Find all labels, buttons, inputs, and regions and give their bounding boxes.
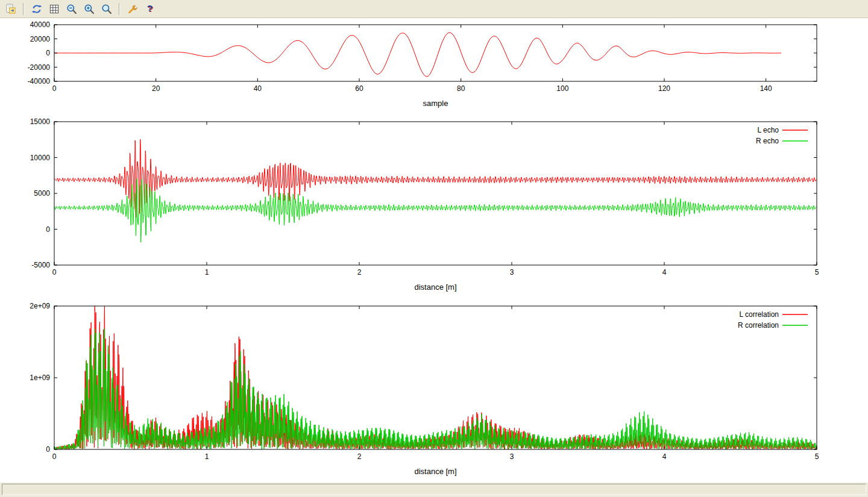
- x-tick-label: 0: [52, 84, 57, 93]
- status-bar: [0, 482, 868, 497]
- y-tick-label: -5000: [31, 261, 50, 269]
- x-tick-label: 2: [357, 452, 362, 461]
- x-tick-label: 1: [205, 268, 209, 277]
- x-tick-label: 20: [152, 84, 160, 93]
- y-tick-label: 1e+09: [30, 374, 50, 382]
- x-tick-label: 1: [205, 452, 209, 461]
- toolbar: ??: [0, 0, 868, 18]
- x-tick-label: 0: [52, 268, 57, 277]
- y-tick-label: 0: [46, 225, 50, 234]
- x-tick-label: 120: [658, 84, 670, 93]
- x-tick-label: 4: [662, 268, 667, 277]
- refresh-icon: [31, 3, 43, 15]
- gnuplot-window: ?? 020406080100120140-40000-200000200004…: [0, 0, 868, 497]
- x-tick-label: 3: [510, 268, 514, 277]
- x-tick-label: 100: [556, 84, 568, 93]
- series-l-echo: [54, 139, 817, 217]
- toolbar-separator: [23, 3, 24, 15]
- copy-to-clipboard-button[interactable]: [2, 1, 19, 16]
- toolbar-separator: [119, 3, 120, 15]
- y-tick-label: 10000: [30, 154, 51, 162]
- series-pulse: [54, 33, 781, 77]
- y-tick-label: 15000: [30, 117, 51, 126]
- svg-text:?: ?: [146, 3, 152, 13]
- x-tick-label: 2: [357, 268, 362, 277]
- y-tick-label: 20000: [30, 35, 51, 43]
- configure-button[interactable]: [124, 1, 140, 16]
- x-axis-label: distance [m]: [414, 283, 456, 292]
- y-tick-label: 2e+09: [30, 302, 50, 310]
- y-tick-label: 0: [46, 445, 50, 454]
- x-tick-label: 60: [355, 84, 363, 93]
- zoom-next-button[interactable]: [81, 1, 97, 16]
- magnifier-minus-icon: [66, 3, 78, 15]
- toggle-grid-button[interactable]: [46, 1, 62, 16]
- y-tick-label: 40000: [30, 20, 51, 29]
- chart-correlation[interactable]: 01234501e+092e+09distance [m]L correlati…: [0, 301, 868, 482]
- chart-pulse[interactable]: 020406080100120140-40000-200000200004000…: [0, 18, 868, 114]
- series-r-echo: [54, 179, 817, 243]
- zoom-previous-button[interactable]: [63, 1, 80, 16]
- x-tick-label: 5: [815, 452, 819, 461]
- x-tick-label: 80: [457, 84, 465, 93]
- x-tick-label: 5: [815, 268, 819, 277]
- plot-border: [54, 122, 817, 265]
- x-axis-label: sample: [423, 99, 448, 108]
- x-tick-label: 0: [52, 452, 57, 461]
- help-icon: ??: [144, 3, 156, 15]
- series-l-correlation: [54, 306, 817, 449]
- x-tick-label: 140: [760, 84, 772, 93]
- status-text: [2, 484, 866, 495]
- magnifier-icon: [101, 3, 113, 15]
- wrench-icon: [127, 3, 139, 15]
- chart-echo[interactable]: 012345-5000050001000015000distance [m]L …: [0, 114, 868, 301]
- magnifier-plus-icon: [83, 3, 95, 15]
- x-tick-label: 3: [510, 452, 514, 461]
- legend-label: L echo: [757, 126, 779, 134]
- legend-label: R correlation: [738, 321, 779, 330]
- plot-border: [54, 306, 817, 449]
- x-tick-label: 4: [662, 452, 667, 461]
- clipboard-export-icon: [5, 3, 17, 15]
- replot-button[interactable]: [28, 1, 45, 16]
- autoscale-button[interactable]: [98, 1, 115, 16]
- help-button[interactable]: ??: [142, 1, 158, 16]
- plot-canvas: 020406080100120140-40000-200000200004000…: [0, 18, 868, 482]
- plot-border: [54, 25, 817, 81]
- y-tick-label: -20000: [28, 63, 51, 72]
- x-axis-label: distance [m]: [414, 467, 456, 476]
- series-r-correlation: [54, 329, 817, 449]
- legend-label: R echo: [756, 137, 779, 145]
- x-tick-label: 40: [254, 84, 262, 93]
- grid-icon: [48, 3, 60, 15]
- legend-label: L correlation: [739, 310, 779, 319]
- y-tick-label: 5000: [34, 189, 50, 198]
- y-tick-label: 0: [46, 49, 50, 57]
- y-tick-label: -40000: [28, 77, 51, 86]
